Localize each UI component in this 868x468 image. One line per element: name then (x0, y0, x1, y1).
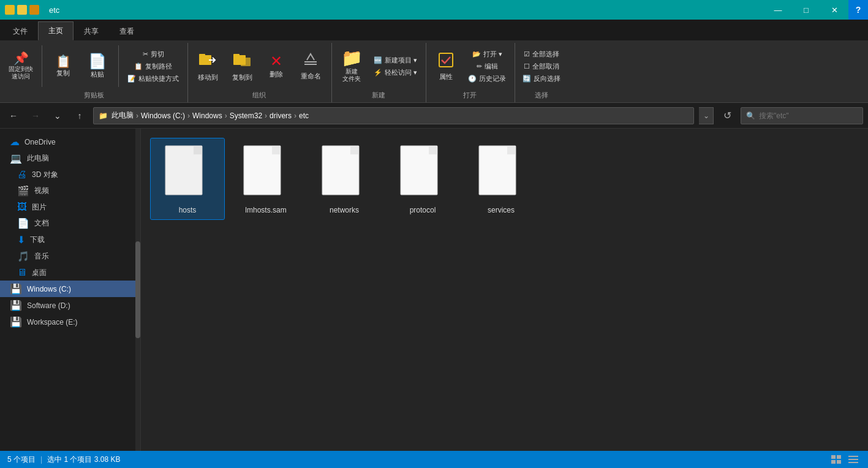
path-windows-c[interactable]: Windows (C:) (141, 111, 185, 120)
svg-rect-25 (831, 460, 836, 464)
scrollbar-thumb[interactable] (135, 241, 140, 338)
path-this-pc[interactable]: 此电脑 (111, 110, 134, 121)
ribbon-group-new: 📁 新建文件夹 🆕 新建项目 ▾ ⚡ 轻松访问 ▾ 新建 (333, 43, 426, 102)
close-button[interactable]: ✕ (820, 0, 848, 20)
back-button[interactable]: ← (5, 107, 22, 124)
delete-button[interactable]: ✕ 删除 (260, 51, 292, 81)
sidebar-item-documents[interactable]: 📄 文档 (0, 215, 140, 232)
sidebar-item-software-d[interactable]: 💾 Software (D:) (0, 297, 140, 314)
svg-rect-4 (241, 58, 251, 66)
file-item-networks[interactable]: networks (308, 138, 381, 219)
cut-button[interactable]: ✂ 剪切 (124, 48, 183, 60)
new-folder-button[interactable]: 📁 新建文件夹 (336, 47, 368, 85)
move-to-button[interactable]: 移动到 (192, 48, 224, 85)
items-count: 5 个项目 (7, 455, 36, 465)
thispc-icon: 💻 (10, 153, 22, 164)
divider-2 (118, 45, 119, 87)
workspace-e-icon: 💾 (10, 316, 22, 328)
select-all-button[interactable]: ☑ 全部选择 (519, 48, 564, 60)
titlebar: etc — □ ✕ ? (0, 0, 868, 20)
move-label: 移动到 (198, 73, 218, 82)
search-box[interactable]: 🔍 (741, 107, 863, 124)
sidebar-item-downloads[interactable]: ⬇ 下载 (0, 232, 140, 248)
rename-icon (302, 51, 319, 70)
help-button[interactable]: ? (848, 0, 868, 20)
new-item-button[interactable]: 🆕 新建项目 ▾ (370, 55, 421, 66)
open-buttons: 属性 📂 打开 ▾ ✏ 编辑 🕐 历史记录 (430, 43, 510, 89)
paste-button[interactable]: 📄 粘贴 (81, 51, 113, 81)
file-item-services[interactable]: services (464, 138, 538, 219)
file-item-hosts[interactable]: hosts (151, 138, 224, 219)
deselect-all-label: 全部取消 (532, 62, 559, 71)
open-label: 打开 (430, 89, 510, 102)
sidebar-item-videos[interactable]: 🎬 视频 (0, 183, 140, 199)
file-item-lmhosts[interactable]: lmhosts.sam (229, 138, 303, 219)
deselect-all-button[interactable]: ☐ 全部取消 (519, 61, 564, 72)
tab-view[interactable]: 查看 (109, 22, 145, 40)
paste-shortcut-button[interactable]: 📝 粘贴快捷方式 (124, 73, 183, 85)
pin-to-quick-access-button[interactable]: 📌 固定到快速访问 (5, 50, 37, 83)
minimize-button[interactable]: — (764, 0, 792, 20)
tab-file[interactable]: 文件 (2, 22, 38, 40)
copy-to-button[interactable]: 复制到 (226, 48, 258, 85)
easy-access-icon: ⚡ (374, 69, 382, 77)
detail-view-button[interactable] (846, 453, 861, 466)
documents-icon: 📄 (17, 217, 29, 229)
svg-rect-24 (837, 455, 841, 459)
select-label: 选择 (519, 89, 564, 102)
deselect-all-icon: ☐ (524, 62, 530, 70)
search-input[interactable] (759, 111, 858, 120)
sidebar-item-windows-c[interactable]: 💾 Windows (C:) (0, 281, 140, 297)
invert-icon: 🔄 (523, 75, 531, 83)
path-windows[interactable]: Windows (192, 111, 222, 120)
up-button[interactable]: ↑ (71, 107, 88, 124)
sidebar-item-thispc[interactable]: 💻 此电脑 (0, 150, 140, 167)
open-button[interactable]: 📂 打开 ▾ (464, 48, 510, 60)
list-view-button[interactable] (829, 453, 843, 466)
properties-label: 属性 (439, 72, 453, 81)
open-label: 打开 ▾ (483, 50, 502, 59)
maximize-button[interactable]: □ (792, 0, 820, 20)
cut-label: 剪切 (151, 50, 164, 59)
forward-button[interactable]: → (27, 107, 44, 124)
svg-rect-29 (848, 462, 858, 463)
copy-to-label: 复制到 (232, 73, 252, 82)
address-path[interactable]: 📁 此电脑 › Windows (C:) › Windows › System3… (93, 107, 694, 124)
edit-button[interactable]: ✏ 编辑 (464, 61, 510, 72)
history-button[interactable]: 🕐 历史记录 (464, 73, 510, 85)
sidebar-item-onedrive[interactable]: ☁ OneDrive (0, 134, 140, 150)
copy-button[interactable]: 📋 复制 (47, 53, 79, 80)
sidebar-item-workspace-e[interactable]: 💾 Workspace (E:) (0, 314, 140, 330)
sidebar-item-3dobjects[interactable]: 🖨 3D 对象 (0, 167, 140, 183)
path-system32[interactable]: System32 (230, 111, 262, 120)
file-name-services: services (488, 206, 515, 214)
path-drivers[interactable]: drivers (270, 111, 292, 120)
copy-path-button[interactable]: 📋 复制路径 (124, 61, 183, 72)
path-icon: 📁 (99, 111, 108, 120)
path-etc[interactable]: etc (299, 111, 309, 120)
3dobjects-icon: 🖨 (17, 169, 27, 180)
sidebar-item-desktop[interactable]: 🖥 桌面 (0, 265, 140, 281)
svg-rect-26 (837, 460, 841, 464)
recent-locations-button[interactable]: ⌄ (49, 107, 66, 124)
ribbon-group-clipboard: 📌 固定到快速访问 📋 复制 📄 粘贴 ✂ 剪切 📋 复制路径 (2, 43, 188, 102)
ribbon-group-open: 属性 📂 打开 ▾ ✏ 编辑 🕐 历史记录 打开 (428, 43, 515, 102)
refresh-button[interactable]: ↺ (719, 107, 736, 124)
selected-info: 选中 1 个项目 3.08 KB (47, 455, 120, 465)
search-icon: 🔍 (746, 111, 755, 120)
address-dropdown-button[interactable]: ⌄ (699, 107, 714, 124)
file-item-protocol[interactable]: protocol (386, 138, 459, 219)
history-icon: 🕐 (468, 75, 477, 83)
invert-selection-button[interactable]: 🔄 反向选择 (519, 73, 564, 85)
downloads-icon: ⬇ (17, 234, 25, 246)
rename-button[interactable]: 重命名 (295, 49, 326, 83)
file-name-hosts: hosts (179, 206, 197, 214)
easy-access-label: 轻松访问 ▾ (385, 68, 417, 77)
sidebar-item-pictures[interactable]: 🖼 图片 (0, 199, 140, 215)
easy-access-button[interactable]: ⚡ 轻松访问 ▾ (370, 67, 421, 78)
tab-home[interactable]: 主页 (38, 21, 74, 40)
sidebar-item-music[interactable]: 🎵 音乐 (0, 248, 140, 265)
tab-share[interactable]: 共享 (74, 22, 109, 40)
properties-button[interactable]: 属性 (430, 48, 462, 84)
sidebar-item-windows-c-label: Windows (C:) (27, 285, 71, 293)
